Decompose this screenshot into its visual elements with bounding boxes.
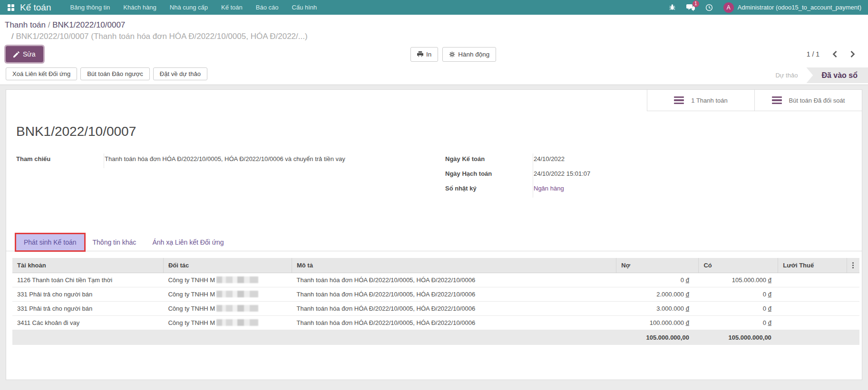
- breadcrumb-entry-link[interactable]: BNK1/2022/10/0007: [52, 20, 125, 29]
- field-groups: Tham chiếu Thanh toán hóa đơn HÓA Đ/2022…: [16, 153, 852, 198]
- pager: 1 / 1: [807, 50, 862, 58]
- table-row[interactable]: 331 Phải trả cho người bán Công ty TNHH …: [12, 302, 859, 316]
- cell-description[interactable]: Thanh toán hóa đơn HÓA Đ/2022/10/0005, H…: [292, 273, 616, 287]
- cell-tax-grid[interactable]: [778, 273, 847, 287]
- journal-link[interactable]: Ngân hàng: [534, 185, 564, 192]
- record-title: BNK1/2022/10/0007: [16, 124, 862, 139]
- cell-credit[interactable]: 0 đ: [699, 316, 778, 330]
- table-row[interactable]: 331 Phải trả cho người bán Công ty TNHH …: [12, 287, 859, 302]
- menu-customers[interactable]: Khách hàng: [117, 0, 163, 15]
- status-stage-posted[interactable]: Đã vào sổ: [806, 67, 868, 83]
- messages-icon[interactable]: 1: [686, 4, 695, 11]
- cell-partner[interactable]: Công ty TNHH M: [163, 302, 292, 316]
- unreconcile-button[interactable]: Xoá Liên kết Đối ứng: [6, 67, 77, 80]
- pager-previous-button[interactable]: [832, 51, 838, 57]
- col-credit[interactable]: Có: [699, 258, 778, 273]
- cell-partner[interactable]: Công ty TNHH M: [163, 287, 292, 302]
- accounting-date-label: Ngày Kế toán: [445, 153, 533, 168]
- journal-items-table: Tài khoản Đối tác Mô tả Nợ Có Lưới Thuế …: [12, 258, 859, 345]
- cell-account[interactable]: 331 Phải trả cho người bán: [12, 287, 163, 302]
- top-navbar: Kế toán Bảng thông tin Khách hàng Nhà cu…: [0, 0, 868, 15]
- edit-button-label: Sửa: [23, 50, 36, 58]
- total-credit: 105.000.000,00: [699, 330, 778, 345]
- apps-grid-icon[interactable]: [8, 4, 14, 11]
- posting-date-label: Ngày Hạch toán: [445, 168, 533, 183]
- breadcrumb: Thanh toán / BNK1/2022/10/0007 / BNK1/20…: [0, 19, 868, 42]
- tab-journal-items[interactable]: Phát sinh Kế toán: [16, 234, 85, 251]
- col-description[interactable]: Mô tả: [292, 258, 616, 273]
- cell-tax-grid[interactable]: [778, 316, 847, 330]
- cell-description[interactable]: Thanh toán hóa đơn HÓA Đ/2022/10/0005, H…: [292, 287, 616, 302]
- cell-tax-grid[interactable]: [778, 287, 847, 302]
- menu-reports[interactable]: Báo cáo: [249, 0, 285, 15]
- activities-clock-icon[interactable]: [705, 4, 713, 11]
- app-brand[interactable]: Kế toán: [20, 2, 51, 13]
- redacted-text: [216, 276, 258, 283]
- column-options-icon[interactable]: [847, 258, 859, 273]
- col-partner[interactable]: Đối tác: [163, 258, 292, 273]
- ref-field-label: Tham chiếu: [16, 153, 104, 168]
- cell-description[interactable]: Thanh toán hóa đơn HÓA Đ/2022/10/0005, H…: [292, 316, 616, 330]
- cell-account[interactable]: 331 Phải trả cho người bán: [12, 302, 163, 316]
- cell-credit[interactable]: 0 đ: [699, 287, 778, 302]
- statusbar: Dự thảo Đã vào sổ: [767, 67, 868, 83]
- print-button[interactable]: In: [410, 47, 438, 62]
- notebook-tabs: Phát sinh Kế toán Thông tin khác Ánh xạ …: [6, 234, 862, 251]
- cell-credit[interactable]: 0 đ: [699, 302, 778, 316]
- totals-row: 105.000.000,00 105.000.000,00: [12, 330, 859, 345]
- printer-icon: [417, 51, 423, 57]
- cell-partner[interactable]: Công ty TNHH M: [163, 316, 292, 330]
- smart-button-box: 1 Thanh toán Bút toán Đã đối soát: [6, 90, 862, 111]
- cell-partner[interactable]: Công ty TNHH M: [163, 273, 292, 287]
- cell-credit[interactable]: 105.000.000 đ: [699, 273, 778, 287]
- tab-reconcile-mapping[interactable]: Ánh xạ Liên kết Đối ứng: [144, 234, 232, 251]
- journal-entries-icon: [772, 96, 782, 105]
- reset-to-draft-button[interactable]: Đặt về dự thảo: [153, 67, 207, 80]
- cell-debit[interactable]: 3.000.000 đ: [616, 302, 699, 316]
- pager-next-button[interactable]: [850, 51, 856, 57]
- control-panel: Thanh toán / BNK1/2022/10/0007 / BNK1/20…: [0, 15, 868, 85]
- cell-tax-grid[interactable]: [778, 302, 847, 316]
- user-menu[interactable]: A Administrator (odoo15_to_account_payme…: [723, 2, 861, 13]
- redacted-text: [216, 291, 258, 297]
- table-row[interactable]: 3411 Các khoản đi vay Công ty TNHH M Tha…: [12, 316, 859, 330]
- redacted-text: [216, 305, 258, 312]
- status-stage-draft[interactable]: Dự thảo: [767, 67, 806, 83]
- col-account[interactable]: Tài khoản: [12, 258, 163, 273]
- reconciled-smart-button-label: Bút toán Đã đối soát: [789, 97, 845, 104]
- action-button-label: Hành động: [458, 51, 489, 58]
- pencil-icon: [13, 51, 20, 57]
- menu-accounting[interactable]: Kế toán: [215, 0, 249, 15]
- chevron-right-icon: [850, 51, 856, 57]
- payments-smart-button[interactable]: 1 Thanh toán: [647, 90, 754, 111]
- col-tax-grid[interactable]: Lưới Thuế: [778, 258, 847, 273]
- ref-field-value: Thanh toán hóa đơn HÓA Đ/2022/10/0005, H…: [104, 153, 423, 168]
- total-debit: 105.000.000,00: [616, 330, 699, 345]
- reverse-entry-button[interactable]: Bút toán Đảo ngược: [80, 67, 150, 80]
- form-sheet: 1 Thanh toán Bút toán Đã đối soát BNK1/2…: [6, 89, 862, 380]
- reconciled-entries-smart-button[interactable]: Bút toán Đã đối soát: [754, 90, 862, 111]
- print-button-label: In: [426, 51, 431, 58]
- menu-vendors[interactable]: Nhà cung cấp: [163, 0, 215, 15]
- table-row[interactable]: 1126 Thanh toán Chi tiền Tạm thời Công t…: [12, 273, 859, 287]
- breadcrumb-current: BNK1/2022/10/0007 (Thanh toán hóa đơn HÓ…: [16, 32, 307, 41]
- menu-dashboard[interactable]: Bảng thông tin: [64, 0, 117, 15]
- breadcrumb-payments-link[interactable]: Thanh toán: [5, 20, 46, 29]
- action-button[interactable]: Hành động: [442, 47, 496, 62]
- tab-other-info[interactable]: Thông tin khác: [85, 234, 145, 251]
- message-count-badge: 1: [692, 0, 699, 7]
- pager-value: 1 / 1: [807, 50, 819, 58]
- gear-icon: [449, 51, 455, 57]
- edit-button[interactable]: Sửa: [6, 46, 43, 62]
- table-header-row: Tài khoản Đối tác Mô tả Nợ Có Lưới Thuế: [12, 258, 859, 273]
- cell-account[interactable]: 3411 Các khoản đi vay: [12, 316, 163, 330]
- cell-account[interactable]: 1126 Thanh toán Chi tiền Tạm thời: [12, 273, 163, 287]
- cell-debit[interactable]: 0 đ: [616, 273, 699, 287]
- menu-settings[interactable]: Cấu hình: [285, 0, 324, 15]
- cell-description[interactable]: Thanh toán hóa đơn HÓA Đ/2022/10/0005, H…: [292, 302, 616, 316]
- cell-debit[interactable]: 100.000.000 đ: [616, 316, 699, 330]
- chevron-left-icon: [832, 51, 838, 57]
- bug-icon[interactable]: [669, 4, 676, 11]
- cell-debit[interactable]: 2.000.000 đ: [616, 287, 699, 302]
- col-debit[interactable]: Nợ: [616, 258, 699, 273]
